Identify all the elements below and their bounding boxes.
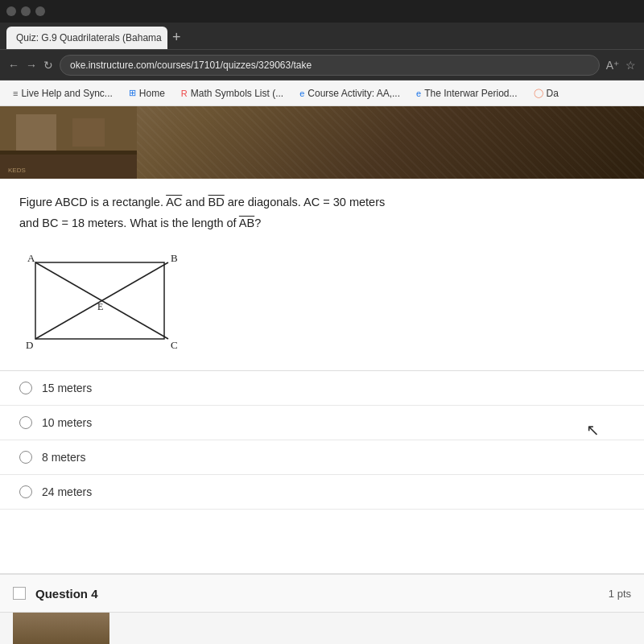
- tab-label: Quiz: G.9 Quadrilaterals (Bahama: [16, 32, 162, 43]
- bookmark-label-da: Da: [547, 88, 559, 99]
- radio-4[interactable]: [19, 485, 32, 498]
- q4-title: Question 4: [35, 587, 599, 601]
- main-content: KEDS Figure ABCD is a rectangle. AC and …: [0, 106, 644, 644]
- bookmark-icon-math: R: [181, 89, 188, 98]
- question-text-bc: and BC = 18 meters. What is the length o…: [19, 217, 239, 229]
- diagonal-bd: BD: [208, 196, 225, 208]
- quiz-container: KEDS Figure ABCD is a rectangle. AC and …: [0, 106, 644, 644]
- svg-text:B: B: [171, 252, 178, 264]
- bookmark-label-course: Course Activity: AA,...: [308, 88, 400, 99]
- bookmark-da[interactable]: ◯ Da: [527, 85, 565, 101]
- address-bar: ← → ↻ oke.instructure.com/courses/17101/…: [0, 50, 644, 80]
- next-question-preview: [0, 612, 644, 644]
- svg-text:D: D: [26, 339, 33, 351]
- option-1[interactable]: 15 meters: [0, 371, 644, 406]
- svg-rect-2: [16, 114, 56, 151]
- refresh-icon[interactable]: ↻: [43, 59, 53, 72]
- svg-text:A: A: [27, 252, 35, 264]
- option-2[interactable]: 10 meters: [0, 406, 644, 440]
- question4-bar: Question 4 1 pts: [0, 573, 644, 612]
- favorites-icon[interactable]: ☆: [625, 59, 636, 72]
- bookmark-icon-course: e: [299, 89, 304, 98]
- question-text-part2: and: [182, 196, 208, 208]
- radio-1[interactable]: [19, 382, 32, 394]
- svg-text:E: E: [97, 301, 103, 312]
- bookmark-icon-home: ⊞: [129, 88, 136, 98]
- bookmark-course-activity[interactable]: e Course Activity: AA,...: [293, 85, 407, 101]
- bookmark-interwar[interactable]: e The Interwar Period...: [410, 85, 524, 101]
- question-text-part3: are diagonals. AC = 30 meters: [225, 196, 386, 208]
- q4-pts: 1 pts: [609, 588, 631, 600]
- option-4-label: 24 meters: [42, 485, 92, 498]
- bookmark-home[interactable]: ⊞ Home: [122, 85, 171, 101]
- option-2-label: 10 meters: [42, 416, 92, 429]
- new-tab-btn[interactable]: +: [172, 29, 181, 46]
- question-text-end: ?: [254, 217, 261, 229]
- radio-2[interactable]: [19, 416, 32, 429]
- diagonal-ac: AC: [166, 196, 182, 208]
- forward-icon[interactable]: →: [26, 59, 37, 72]
- title-bar: [0, 0, 644, 23]
- option-3-label: 8 meters: [42, 451, 85, 464]
- address-text: oke.instructure.com/courses/17101/quizze…: [70, 60, 312, 71]
- radio-3[interactable]: [19, 451, 32, 464]
- question-text: Figure ABCD is a rectangle. AC and BD ar…: [19, 193, 625, 211]
- question-text-part1: Figure ABCD is a rectangle.: [19, 196, 166, 208]
- bookmark-icon-da: ◯: [534, 88, 543, 98]
- active-tab[interactable]: Quiz: G.9 Quadrilaterals (Bahama ✕: [6, 27, 167, 49]
- bookmark-icon-interwar: e: [416, 89, 421, 98]
- svg-text:KEDS: KEDS: [8, 167, 26, 174]
- bookmark-label-interwar: The Interwar Period...: [424, 88, 517, 99]
- bookmark-live-help[interactable]: ≡ Live Help and Sync...: [6, 85, 119, 101]
- option-3[interactable]: 8 meters: [0, 440, 644, 475]
- bookmark-label-math: Math Symbols List (...: [191, 88, 283, 99]
- bookmark-math-symbols[interactable]: R Math Symbols List (...: [175, 85, 290, 101]
- option-1-label: 15 meters: [42, 382, 92, 394]
- back-icon[interactable]: ←: [8, 59, 19, 72]
- question-text-line2: and BC = 18 meters. What is the length o…: [19, 214, 625, 232]
- address-input[interactable]: oke.instructure.com/courses/17101/quizze…: [60, 55, 600, 76]
- q4-checkbox[interactable]: [13, 587, 26, 600]
- top-image: KEDS: [0, 106, 644, 179]
- bookmark-icon-live-help: ≡: [13, 89, 18, 98]
- question-area: Figure ABCD is a rectangle. AC and BD ar…: [0, 179, 644, 244]
- svg-text:C: C: [171, 339, 178, 351]
- bookmark-label-home: Home: [139, 88, 165, 99]
- bookmark-label-live-help: Live Help and Sync...: [21, 88, 112, 99]
- rectangle-diagram: A B D C E: [19, 250, 180, 357]
- option-4[interactable]: 24 meters: [0, 475, 644, 510]
- reader-icon[interactable]: A⁺: [606, 59, 619, 72]
- options-area: 15 meters 10 meters 8 meters 24 meters: [0, 370, 644, 510]
- tab-bar: Quiz: G.9 Quadrilaterals (Bahama ✕ +: [0, 23, 644, 50]
- bookmarks-bar: ≡ Live Help and Sync... ⊞ Home R Math Sy…: [0, 80, 644, 106]
- svg-rect-3: [72, 118, 105, 147]
- segment-ab: AB: [239, 217, 254, 229]
- svg-rect-4: [0, 151, 137, 155]
- diagram-area: A B D C E: [0, 244, 644, 370]
- tab-close-btn[interactable]: ✕: [167, 32, 167, 43]
